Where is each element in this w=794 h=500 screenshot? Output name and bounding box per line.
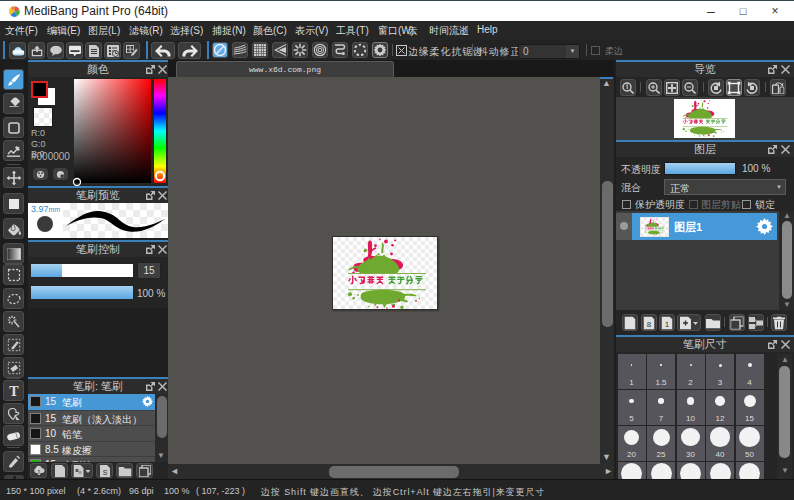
svg-text:8: 8 [647,320,652,329]
svg-text:T: T [9,384,19,397]
svg-text:1: 1 [665,320,670,329]
svg-text:S: S [102,468,107,475]
